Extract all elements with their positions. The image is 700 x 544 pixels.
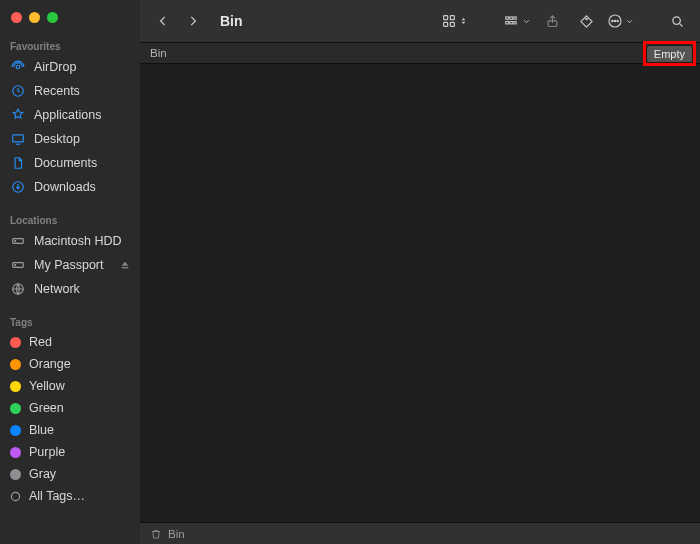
sidebar-tag-purple[interactable]: Purple (0, 441, 140, 463)
svg-rect-14 (450, 22, 454, 26)
svg-point-22 (585, 18, 587, 20)
sidebar-item-label: All Tags… (29, 489, 85, 503)
sidebar-item-label: Network (34, 282, 80, 296)
grid-view-icon (441, 13, 457, 29)
svg-rect-18 (506, 22, 509, 24)
view-switcher[interactable] (441, 13, 468, 29)
svg-rect-11 (444, 16, 448, 20)
clock-icon (10, 83, 26, 99)
column-name-header[interactable]: Bin (150, 47, 167, 59)
file-list-area[interactable] (140, 64, 700, 522)
tag-dot-icon (10, 425, 21, 436)
forward-button[interactable] (180, 8, 206, 34)
column-header-bar: Bin Empty (140, 42, 700, 64)
eject-icon[interactable] (120, 260, 130, 270)
sidebar-tag-green[interactable]: Green (0, 397, 140, 419)
sidebar-item-downloads[interactable]: Downloads (0, 175, 140, 199)
updown-icon (459, 14, 468, 28)
sidebar-item-label: Applications (34, 108, 101, 122)
sidebar-item-label: AirDrop (34, 60, 76, 74)
sidebar-item-recents[interactable]: Recents (0, 79, 140, 103)
tag-dot-icon (10, 403, 21, 414)
sidebar-item-network[interactable]: Network (0, 277, 140, 301)
chevron-down-icon (522, 17, 531, 26)
external-drive-icon (10, 257, 26, 273)
svg-rect-8 (122, 267, 129, 268)
empty-highlight: Empty (643, 41, 696, 66)
svg-point-7 (15, 265, 16, 266)
sidebar-item-label: Green (29, 401, 64, 415)
svg-point-26 (617, 20, 618, 21)
sidebar-item-label: Red (29, 335, 52, 349)
sidebar-item-label: Desktop (34, 132, 80, 146)
sidebar-item-label: Yellow (29, 379, 65, 393)
empty-trash-button[interactable]: Empty (646, 45, 693, 63)
tag-icon (579, 14, 594, 29)
sidebar-item-documents[interactable]: Documents (0, 151, 140, 175)
desktop-icon (10, 131, 26, 147)
tag-dot-icon (10, 447, 21, 458)
sidebar-item-desktop[interactable]: Desktop (0, 127, 140, 151)
svg-rect-15 (506, 17, 509, 19)
svg-point-25 (614, 20, 615, 21)
svg-rect-19 (510, 22, 513, 24)
svg-rect-16 (510, 17, 513, 19)
sidebar-item-label: Gray (29, 467, 56, 481)
chevron-down-icon (625, 17, 634, 26)
airdrop-icon (10, 59, 26, 75)
group-icon (502, 14, 520, 28)
tag-dot-icon (10, 337, 21, 348)
svg-point-10 (11, 492, 19, 500)
applications-icon (10, 107, 26, 123)
search-button[interactable] (664, 8, 690, 34)
sidebar-item-airdrop[interactable]: AirDrop (0, 55, 140, 79)
sidebar-section-favourites: Favourites (0, 35, 140, 55)
tags-button[interactable] (573, 8, 599, 34)
sidebar-item-macintosh-hdd[interactable]: Macintosh HDD (0, 229, 140, 253)
document-icon (10, 155, 26, 171)
sidebar-tag-red[interactable]: Red (0, 331, 140, 353)
sidebar-item-label: Blue (29, 423, 54, 437)
path-segment[interactable]: Bin (168, 528, 185, 540)
tags-list: Red Orange Yellow Green Blue Purple Gray… (0, 331, 140, 507)
tag-dot-icon (10, 469, 21, 480)
all-tags-icon (10, 491, 21, 502)
back-button[interactable] (150, 8, 176, 34)
svg-rect-17 (514, 17, 516, 19)
svg-rect-2 (13, 135, 24, 142)
sidebar-tag-orange[interactable]: Orange (0, 353, 140, 375)
sidebar-item-my-passport[interactable]: My Passport (0, 253, 140, 277)
tag-dot-icon (10, 359, 21, 370)
sidebar-item-label: Downloads (34, 180, 96, 194)
sidebar-item-label: Macintosh HDD (34, 234, 122, 248)
traffic-lights (0, 6, 140, 35)
harddrive-icon (10, 233, 26, 249)
minimize-window-button[interactable] (29, 12, 40, 23)
tag-dot-icon (10, 381, 21, 392)
sidebar-item-label: Purple (29, 445, 65, 459)
svg-rect-13 (444, 22, 448, 26)
main-pane: Bin (140, 0, 700, 544)
svg-point-24 (612, 20, 613, 21)
download-icon (10, 179, 26, 195)
more-icon (607, 13, 623, 29)
sidebar-item-label: Recents (34, 84, 80, 98)
maximize-window-button[interactable] (47, 12, 58, 23)
actions-menu[interactable] (607, 13, 634, 29)
share-button[interactable] (539, 8, 565, 34)
svg-rect-20 (514, 22, 516, 24)
sidebar-item-applications[interactable]: Applications (0, 103, 140, 127)
sidebar-section-tags: Tags (0, 311, 140, 331)
svg-rect-12 (450, 16, 454, 20)
svg-point-5 (15, 241, 16, 242)
sidebar-tag-yellow[interactable]: Yellow (0, 375, 140, 397)
sidebar-tag-gray[interactable]: Gray (0, 463, 140, 485)
group-by-menu[interactable] (502, 14, 531, 28)
sidebar-all-tags[interactable]: All Tags… (0, 485, 140, 507)
toolbar: Bin (140, 0, 700, 42)
share-icon (545, 14, 560, 29)
sidebar-section-locations: Locations (0, 209, 140, 229)
sidebar-tag-blue[interactable]: Blue (0, 419, 140, 441)
network-icon (10, 281, 26, 297)
close-window-button[interactable] (11, 12, 22, 23)
